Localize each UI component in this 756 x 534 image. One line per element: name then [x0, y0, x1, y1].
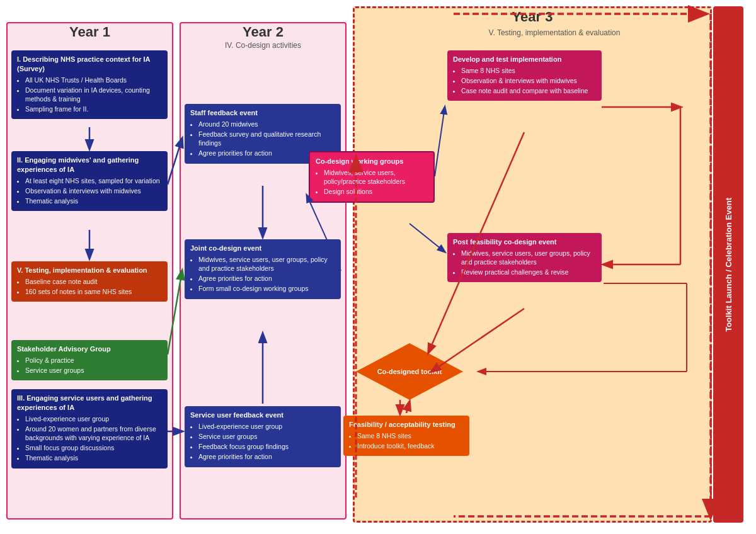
box-service-feedback: Service user feedback event Lived-experi…: [185, 406, 341, 467]
box-testing-y1-list: Baseline case note audit 160 sets of not…: [17, 277, 162, 296]
box-testing-y1-title: V. Testing, implementation & evaluation: [17, 266, 162, 275]
box-engaging-midwives-title: II. Engaging midwives' and gathering exp…: [17, 156, 162, 174]
box-joint-codesign: Joint co-design event Midwives, service …: [185, 239, 341, 299]
box-post-feasibility-list: Midwives, service users, user groups, po…: [453, 249, 596, 277]
box-engaging-service-users-list: Lived-experience user group Around 20 wo…: [17, 414, 162, 463]
box-describing-nhs: I. Describing NHS practice context for I…: [11, 50, 168, 119]
box-codesign-groups-title: Co-design working groups: [316, 157, 428, 166]
box-describing-nhs-title: I. Describing NHS practice context for I…: [17, 55, 162, 74]
box-post-feasibility: Post feasibility co-design event Midwive…: [447, 233, 602, 282]
diamond-codesigned: Co-designed toolkit: [356, 343, 463, 400]
box-joint-codesign-title: Joint co-design event: [190, 244, 335, 253]
box-codesign-groups: Co-design working groups Midwives, servi…: [309, 151, 435, 203]
year2-title: Year 2: [180, 24, 346, 40]
box-service-feedback-title: Service user feedback event: [190, 411, 335, 420]
box-stakeholder-list: Policy & practice Service user groups: [17, 356, 162, 375]
box-engaging-midwives-list: At least eight NHS sites, sampled for va…: [17, 176, 162, 206]
box-stakeholder-title: Stakeholder Advisory Group: [17, 344, 162, 354]
box-feasibility-list: Same 8 NHS sites Introduce toolkit, feed…: [349, 431, 464, 450]
diagram: Toolkit Launch / Celebration Event Year …: [0, 0, 743, 521]
year3-title: Year 3: [353, 9, 712, 25]
toolkit-label: Toolkit Launch / Celebration Event: [724, 198, 733, 332]
box-joint-codesign-list: Midwives, service users, user groups, po…: [190, 255, 335, 293]
toolkit-background: Toolkit Launch / Celebration Event: [713, 6, 743, 523]
box-describing-nhs-list: All UK NHS Trusts / Health Boards Docume…: [17, 76, 162, 114]
box-post-feasibility-title: Post feasibility co-design event: [453, 237, 596, 247]
box-staff-feedback-title: Staff feedback event: [190, 108, 335, 118]
box-develop-test-title: Develop and test implementation: [453, 55, 596, 64]
box-develop-test: Develop and test implementation Same 8 N…: [447, 50, 602, 101]
box-feasibility: Feasibility / acceptability testing Same…: [343, 416, 469, 456]
box-develop-test-list: Same 8 NHS sites Observation & interview…: [453, 66, 596, 96]
box-stakeholder: Stakeholder Advisory Group Policy & prac…: [11, 340, 168, 380]
box-engaging-midwives: II. Engaging midwives' and gathering exp…: [11, 151, 168, 211]
box-testing-y1: V. Testing, implementation & evaluation …: [11, 261, 168, 302]
box-feasibility-title: Feasibility / acceptability testing: [349, 420, 464, 429]
box-service-feedback-list: Lived-experience user group Service user…: [190, 422, 335, 462]
box-codesign-groups-list: Midwives, service users, policy/practice…: [316, 168, 428, 196]
box-engaging-service-users-title: III. Engaging service users and gatherin…: [17, 394, 162, 412]
phase-y3-label: V. Testing, implementation & evaluation: [428, 28, 680, 37]
box-engaging-service-users: III. Engaging service users and gatherin…: [11, 389, 168, 469]
diamond-label: Co-designed toolkit: [377, 368, 442, 375]
year1-title: Year 1: [6, 24, 173, 40]
phase-y2-label: IV. Co-design activities: [180, 41, 346, 50]
